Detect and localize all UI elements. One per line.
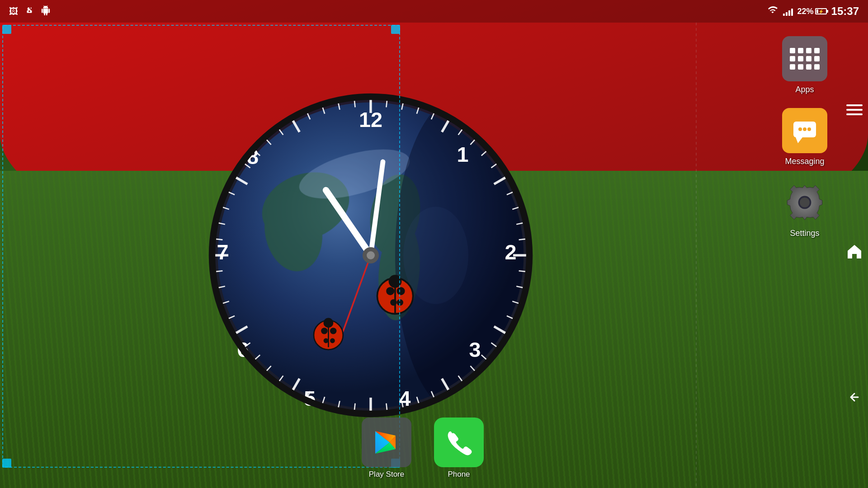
back-button[interactable] <box>845 388 863 406</box>
hamburger-line-2 <box>846 109 863 111</box>
svg-text:3: 3 <box>469 338 481 361</box>
phone-app[interactable]: Phone <box>434 418 484 479</box>
corner-bl <box>2 459 11 468</box>
battery-bolt: ⚡ <box>818 9 824 14</box>
svg-point-97 <box>330 328 336 334</box>
usb-status-icon <box>24 5 34 18</box>
play-store-label: Play Store <box>369 470 404 479</box>
apps-grid-dots <box>783 42 826 76</box>
apps-app-item[interactable]: Apps <box>773 36 836 94</box>
status-left-icons: 🖼 <box>9 5 51 18</box>
bottom-icons: Play Store Phone <box>362 418 741 479</box>
apps-label: Apps <box>795 85 814 94</box>
signal-bars <box>783 7 793 16</box>
svg-line-39 <box>386 404 387 411</box>
settings-icon[interactable] <box>782 180 827 225</box>
svg-line-69 <box>354 100 355 107</box>
svg-point-96 <box>321 328 327 334</box>
hamburger-menu[interactable] <box>846 104 863 115</box>
svg-point-107 <box>807 127 811 131</box>
wifi-icon <box>767 5 778 18</box>
hamburger-line-3 <box>846 113 863 115</box>
svg-line-11 <box>386 100 387 107</box>
svg-point-93 <box>389 275 402 288</box>
clock-widget[interactable]: 12 1 2 3 4 5 6 7 8 <box>208 93 533 418</box>
messaging-app-item[interactable]: Messaging <box>773 108 836 166</box>
battery-percentage: 22% <box>797 7 814 16</box>
clock-time: 15:37 <box>831 5 859 18</box>
battery-icon: ⚡ <box>815 8 827 14</box>
messaging-label: Messaging <box>785 157 824 166</box>
svg-point-106 <box>803 127 807 131</box>
svg-line-41 <box>354 404 355 411</box>
svg-text:12: 12 <box>359 108 382 131</box>
hamburger-line-1 <box>846 104 863 106</box>
home-button[interactable] <box>845 243 863 261</box>
svg-point-105 <box>798 127 802 131</box>
svg-point-91 <box>397 299 403 305</box>
corner-tr <box>391 25 400 34</box>
messaging-icon[interactable] <box>782 108 827 153</box>
svg-point-109 <box>800 197 810 207</box>
svg-point-88 <box>386 287 394 295</box>
image-status-icon: 🖼 <box>9 6 18 17</box>
svg-text:1: 1 <box>457 143 468 166</box>
svg-line-24 <box>519 239 526 240</box>
battery-indicator: 22% ⚡ <box>797 7 827 16</box>
status-bar: 🖼 22% ⚡ <box>0 0 868 23</box>
svg-line-56 <box>215 239 222 240</box>
svg-point-98 <box>324 338 329 343</box>
apps-icon[interactable] <box>782 36 827 81</box>
svg-point-101 <box>324 318 334 328</box>
svg-marker-104 <box>796 137 802 143</box>
svg-point-85 <box>367 251 375 259</box>
phone-label: Phone <box>448 470 470 479</box>
svg-point-89 <box>397 287 405 295</box>
play-store-icon[interactable] <box>362 418 411 467</box>
play-store-app[interactable]: Play Store <box>362 418 411 479</box>
settings-app-item[interactable]: Settings <box>773 180 836 238</box>
corner-tl <box>2 25 11 34</box>
status-right-area: 22% ⚡ 15:37 <box>767 5 859 18</box>
phone-icon[interactable] <box>434 418 484 467</box>
svg-point-99 <box>330 338 335 343</box>
svg-line-54 <box>215 271 222 272</box>
svg-line-26 <box>519 271 526 272</box>
svg-text:2: 2 <box>505 240 517 264</box>
android-status-icon <box>41 5 51 18</box>
settings-label: Settings <box>790 229 819 238</box>
svg-text:7: 7 <box>217 240 228 264</box>
nav-icons-panel <box>841 23 868 488</box>
